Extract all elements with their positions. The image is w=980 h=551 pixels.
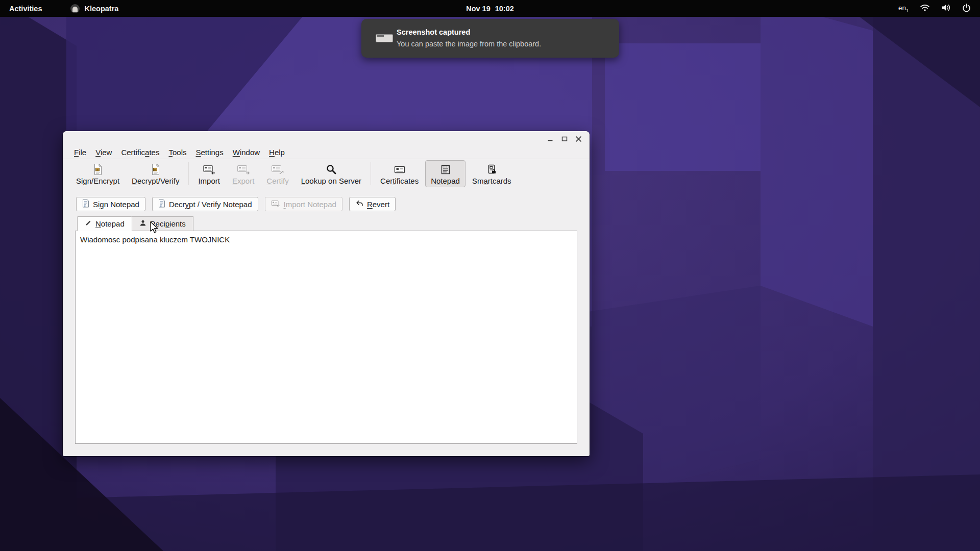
gnome-top-bar: Activities Kleopatra Nov 19 10:02 en1: [0, 0, 980, 17]
toolbar-certificates[interactable]: Certificates: [375, 160, 424, 187]
notepad-panel: Wiadomosc podpisana kluczem TWOJNICK: [75, 231, 577, 444]
certify-icon: [271, 163, 284, 176]
app-menu-label: Kleopatra: [84, 5, 118, 13]
sign-notepad-button[interactable]: Sign Notepad: [76, 197, 145, 211]
pencil-icon: [85, 219, 92, 228]
clock[interactable]: Nov 19 10:02: [0, 0, 980, 17]
tab-recipients[interactable]: Recipients: [132, 216, 193, 231]
menu-view[interactable]: View: [91, 146, 116, 158]
maximize-icon[interactable]: [560, 135, 569, 143]
wifi-icon[interactable]: [920, 4, 930, 13]
menu-bar: File View Certificates Tools Settings Wi…: [63, 145, 590, 159]
decrypt-verify-icon: [151, 163, 161, 176]
menu-help[interactable]: Help: [264, 146, 289, 158]
tab-notepad[interactable]: Notepad: [77, 216, 132, 231]
toolbar: Sign/Encrypt Decrypt/Verify: [63, 160, 590, 188]
notification-body: You can paste the image from the clipboa…: [397, 40, 541, 48]
search-icon: [326, 163, 337, 176]
toolbar-decrypt-verify[interactable]: Decrypt/Verify: [126, 160, 185, 187]
kleopatra-window: File View Certificates Tools Settings Wi…: [63, 131, 590, 456]
menu-file[interactable]: File: [69, 146, 91, 158]
toolbar-lookup-on-server[interactable]: Lookup on Server: [296, 160, 367, 187]
kleopatra-app-icon: [70, 4, 80, 13]
clock-date: Nov 19: [466, 5, 491, 13]
notepad-action-row: Sign Notepad Decrypt / Verify Notepad: [76, 197, 396, 211]
decrypt-verify-notepad-button[interactable]: Decrypt / Verify Notepad: [152, 197, 258, 211]
notepad-icon: [440, 163, 451, 176]
toolbar-notepad[interactable]: Notepad: [425, 160, 465, 187]
menu-settings[interactable]: Settings: [191, 146, 228, 158]
minimize-icon[interactable]: [546, 135, 554, 143]
notification-toast[interactable]: Screenshot captured You can paste the im…: [361, 19, 619, 58]
close-icon[interactable]: [574, 135, 583, 143]
notification-title: Screenshot captured: [397, 28, 470, 36]
toolbar-certify[interactable]: Certify: [261, 160, 294, 187]
power-icon[interactable]: [962, 4, 971, 14]
import-notepad-button[interactable]: Import Notepad: [265, 197, 342, 211]
keyboard-layout-indicator[interactable]: en1: [898, 4, 909, 13]
menu-certificates[interactable]: Certificates: [116, 146, 164, 158]
activities-button[interactable]: Activities: [9, 5, 42, 13]
menu-tools[interactable]: Tools: [164, 146, 191, 158]
clock-time: 10:02: [495, 5, 514, 13]
import-notepad-icon: [271, 200, 280, 209]
recipients-person-icon: [139, 219, 146, 228]
mouse-cursor: [150, 221, 161, 237]
volume-icon[interactable]: [941, 4, 951, 13]
revert-button[interactable]: Revert: [349, 197, 396, 211]
notepad-tab-bar: Notepad Recipients: [77, 216, 193, 231]
certificates-icon: [394, 163, 406, 176]
smartcards-icon: [486, 163, 497, 176]
export-icon: [237, 163, 250, 176]
toolbar-smartcards[interactable]: Smartcards: [467, 160, 517, 187]
sign-notepad-icon: [82, 199, 89, 209]
toolbar-import[interactable]: Import: [192, 160, 226, 187]
notepad-textarea[interactable]: Wiadomosc podpisana kluczem TWOJNICK: [75, 231, 577, 444]
toolbar-export[interactable]: Export: [227, 160, 260, 187]
toolbar-separator: [371, 162, 371, 185]
toolbar-sign-encrypt[interactable]: Sign/Encrypt: [70, 160, 125, 187]
screenshot-thumbnail-icon: [376, 34, 393, 42]
decrypt-verify-notepad-icon: [158, 199, 165, 209]
app-menu[interactable]: Kleopatra: [70, 4, 118, 13]
sign-encrypt-icon: [93, 163, 103, 176]
menu-window[interactable]: Window: [228, 146, 264, 158]
toolbar-separator: [188, 162, 189, 185]
revert-icon: [355, 199, 363, 209]
import-icon: [203, 163, 216, 176]
window-titlebar[interactable]: [63, 131, 590, 146]
